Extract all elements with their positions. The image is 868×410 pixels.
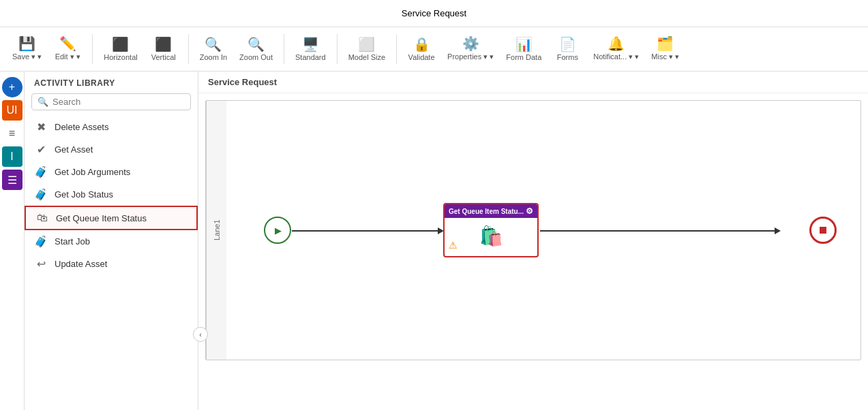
toolbar-item-save[interactable]: 💾Save ▾: [8, 34, 46, 64]
lib-item-get-job-arguments[interactable]: 🧳Get Job Arguments: [25, 161, 198, 183]
toolbar-item-standard[interactable]: 🖥️Standard: [291, 35, 330, 64]
get-queue-item-status-icon: 🛍: [35, 212, 49, 224]
node-bag-icon: 🛍️: [479, 225, 503, 247]
node-title: Get Queue Item Statu...: [449, 208, 524, 215]
vertical-icon: ⬛: [155, 37, 172, 51]
toolbar-divider: [284, 34, 284, 64]
search-input[interactable]: [53, 97, 185, 107]
left-icon-add[interactable]: +: [2, 77, 23, 97]
properties-icon: ⚙️: [462, 37, 479, 50]
start-job-icon: 🧳: [34, 235, 48, 248]
zoom-out-label: Zoom Out: [239, 53, 273, 61]
validate-icon: 🔒: [413, 37, 430, 51]
toolbar-item-vertical[interactable]: ⬛Vertical: [146, 35, 181, 64]
left-icon-field[interactable]: I: [2, 146, 23, 167]
lane-label: Lane1: [206, 101, 226, 360]
get-job-status-icon: 🧳: [34, 188, 48, 201]
validate-label: Validate: [408, 53, 435, 61]
app-title: Service Request: [402, 8, 466, 18]
start-job-label: Start Job: [55, 236, 90, 247]
lib-item-start-job[interactable]: 🧳Start Job: [25, 230, 198, 253]
get-queue-item-status-label: Get Queue Item Status: [56, 213, 147, 223]
library-title: ACTIVITY LIBRARY: [25, 78, 198, 93]
search-icon: 🔍: [38, 97, 48, 107]
activity-node-get-queue[interactable]: Get Queue Item Statu... ⚙ 🛍️ ⚠: [443, 203, 539, 257]
main-layout: +UI≡I☰ ACTIVITY LIBRARY 🔍 ✖Delete Assets…: [0, 72, 868, 410]
form-data-label: Form Data: [506, 53, 541, 61]
properties-label: Properties ▾: [447, 52, 494, 61]
toolbar-item-form-data[interactable]: 📊Form Data: [502, 35, 545, 64]
lib-item-update-asset[interactable]: ↩Update Asset: [25, 253, 198, 275]
notifications-icon: 🔔: [608, 37, 625, 50]
toolbar-item-validate[interactable]: 🔒Validate: [404, 35, 439, 64]
lane-content: Get Queue Item Statu... ⚙ 🛍️ ⚠: [226, 101, 860, 360]
toolbar-item-properties[interactable]: ⚙️Properties ▾: [443, 34, 498, 64]
toolbar-item-horizontal[interactable]: ⬛Horizontal: [100, 35, 142, 64]
toolbar-item-model-size[interactable]: ⬜Model Size: [344, 35, 389, 64]
zoom-out-icon: 🔍: [248, 37, 265, 51]
get-job-arguments-icon: 🧳: [34, 165, 48, 178]
update-asset-label: Update Asset: [55, 259, 107, 269]
toolbar-item-edit[interactable]: ✏️Edit ▾: [50, 34, 85, 64]
end-node[interactable]: [809, 217, 837, 244]
left-icon-bar: +UI≡I☰: [0, 72, 25, 410]
toolbar-item-misc[interactable]: 🗂️Misc ▾: [647, 34, 683, 64]
search-box[interactable]: 🔍: [31, 93, 191, 110]
notifications-label: Notificat... ▾: [593, 52, 639, 61]
toolbar-item-zoom-in[interactable]: 🔍Zoom In: [196, 35, 231, 64]
toolbar: 💾Save ▾✏️Edit ▾⬛Horizontal⬛Vertical🔍Zoom…: [0, 27, 868, 72]
delete-assets-icon: ✖: [34, 121, 48, 133]
canvas-area: Service Request Lane1 Get Queue Item Sta…: [198, 72, 868, 410]
lib-item-get-asset[interactable]: ✔Get Asset: [25, 138, 198, 161]
edit-icon: ✏️: [59, 37, 76, 50]
standard-icon: 🖥️: [302, 37, 319, 51]
left-icon-ui[interactable]: UI: [2, 100, 23, 121]
delete-assets-label: Delete Assets: [55, 122, 109, 132]
forms-label: Forms: [557, 53, 578, 61]
node-warning-icon: ⚠: [449, 240, 458, 251]
toolbar-divider: [337, 34, 338, 64]
horizontal-label: Horizontal: [104, 53, 138, 61]
left-icon-list[interactable]: ≡: [2, 123, 23, 144]
model-size-label: Model Size: [348, 53, 385, 61]
form-data-icon: 📊: [515, 37, 533, 51]
forms-icon: 📄: [559, 37, 576, 51]
node-gear-icon[interactable]: ⚙: [526, 206, 533, 216]
save-icon: 💾: [18, 37, 35, 50]
edit-label: Edit ▾: [55, 52, 80, 61]
zoom-in-label: Zoom In: [200, 53, 227, 61]
lib-item-get-queue-item-status[interactable]: 🛍Get Queue Item Status: [25, 206, 198, 230]
get-asset-label: Get Asset: [55, 144, 93, 155]
model-size-icon: ⬜: [358, 37, 375, 51]
misc-icon: 🗂️: [657, 37, 674, 50]
standard-label: Standard: [295, 53, 326, 61]
get-job-status-label: Get Job Status: [55, 189, 113, 200]
toolbar-item-zoom-out[interactable]: 🔍Zoom Out: [235, 35, 277, 64]
misc-label: Misc ▾: [651, 52, 679, 61]
toolbar-divider: [188, 34, 189, 64]
arrow-line-1: [292, 230, 442, 232]
collapse-button[interactable]: ‹: [193, 327, 208, 342]
lib-item-delete-assets[interactable]: ✖Delete Assets: [25, 116, 198, 138]
left-icon-notes[interactable]: ☰: [2, 170, 23, 190]
zoom-in-icon: 🔍: [205, 37, 222, 51]
library-items: ✖Delete Assets✔Get Asset🧳Get Job Argumen…: [25, 116, 198, 275]
arrow-line-2: [540, 230, 779, 232]
toolbar-item-forms[interactable]: 📄Forms: [550, 35, 585, 64]
canvas-header: Service Request: [198, 72, 868, 93]
topbar: Service Request: [0, 0, 868, 27]
get-asset-icon: ✔: [34, 143, 48, 156]
node-header: Get Queue Item Statu... ⚙: [445, 204, 537, 218]
lib-item-get-job-status[interactable]: 🧳Get Job Status: [25, 183, 198, 206]
toolbar-divider: [92, 34, 93, 64]
get-job-arguments-label: Get Job Arguments: [55, 167, 130, 177]
toolbar-item-notifications[interactable]: 🔔Notificat... ▾: [589, 34, 643, 64]
update-asset-icon: ↩: [34, 257, 48, 270]
activity-library-panel: ACTIVITY LIBRARY 🔍 ✖Delete Assets✔Get As…: [25, 72, 198, 410]
vertical-label: Vertical: [151, 53, 176, 61]
lane-container: Lane1 Get Queue Item Statu... ⚙ 🛍️ ⚠: [205, 100, 861, 360]
save-label: Save ▾: [12, 52, 42, 61]
horizontal-icon: ⬛: [112, 37, 129, 51]
start-node[interactable]: [264, 217, 291, 244]
node-body: 🛍️ ⚠: [445, 218, 537, 253]
